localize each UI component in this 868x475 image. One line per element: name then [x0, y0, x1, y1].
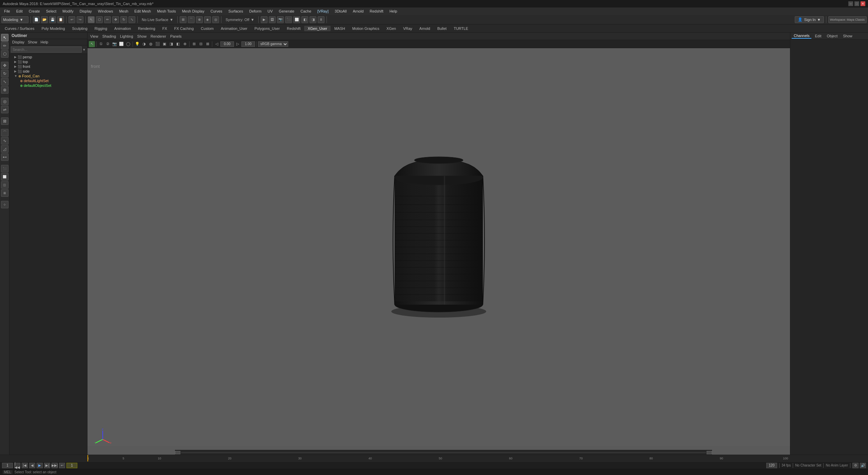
vp-gamma-input[interactable]	[241, 41, 255, 47]
workspace-icons[interactable]: Workspace: Maya Classic	[828, 16, 867, 23]
symmetry-btn[interactable]: ⇌	[1, 106, 8, 113]
outliner-menu-display[interactable]: Display	[11, 40, 26, 44]
no-live-surface[interactable]: No Live Surface ▼	[140, 18, 175, 22]
curve-tool-3[interactable]: ◿	[1, 145, 8, 153]
menu-generate[interactable]: Generate	[276, 8, 297, 14]
menu-modify[interactable]: Modify	[60, 8, 76, 14]
scale-tool-btn[interactable]: ⤡	[1, 78, 8, 86]
shelf-tab-fx[interactable]: FX	[159, 26, 171, 31]
vp-btn-shading3[interactable]: ⊕	[182, 41, 188, 47]
toolbar-snap-surface[interactable]: ◈	[204, 16, 211, 23]
vp-btn-exposure-minus[interactable]: ◁	[214, 41, 220, 47]
vp-btn-shadows[interactable]: ◑	[141, 41, 147, 47]
shelf-tab-poly[interactable]: Poly Modeling	[38, 26, 68, 31]
vp-menu-view[interactable]: View	[89, 34, 100, 39]
vp-btn-camera[interactable]: 📷	[112, 41, 118, 47]
toolbar-snap-grid[interactable]: ⊞	[180, 16, 186, 23]
panel-layout-2[interactable]: ⬜	[1, 173, 8, 180]
maximize-button[interactable]: □	[854, 1, 859, 6]
outliner-item-front[interactable]: ▶ ⬛ front	[9, 64, 87, 69]
end-frame-input[interactable]	[766, 463, 777, 468]
vp-btn-resolution[interactable]: ⊠	[204, 41, 211, 47]
vp-btn-select[interactable]: ↖	[89, 41, 95, 47]
menu-create[interactable]: Create	[26, 8, 43, 14]
shelf-tab-poly-user[interactable]: Polygons_User	[251, 26, 283, 31]
menu-mesh[interactable]: Mesh	[116, 8, 131, 14]
menu-arnold[interactable]: Arnold	[350, 8, 366, 14]
outliner-menu-help[interactable]: Help	[39, 40, 50, 44]
shelf-tab-motion[interactable]: Motion Graphics	[349, 26, 383, 31]
curve-tool-4[interactable]: ⊷	[1, 153, 8, 161]
extra-tool-1[interactable]: ⊹	[1, 201, 8, 208]
btn-skip-back[interactable]: |◀◀	[14, 463, 20, 468]
toolbar-render3[interactable]: 📷	[277, 16, 284, 23]
vp-btn-exposure-plus[interactable]: ▷	[235, 41, 241, 47]
vp-exposure-input[interactable]	[220, 41, 234, 47]
toolbar-save[interactable]: 💾	[49, 16, 56, 23]
toolbar-pause[interactable]: ⏸	[318, 16, 324, 23]
toolbar-lasso[interactable]: ⬡	[96, 16, 103, 23]
toolbar-select-tool[interactable]: ↖	[88, 16, 95, 23]
vp-btn-hud[interactable]: ⊟	[198, 41, 204, 47]
menu-curves[interactable]: Curves	[208, 8, 225, 14]
tab-edit[interactable]: Edit	[813, 34, 823, 38]
btn-step-fwd[interactable]: ▶|	[44, 463, 50, 468]
shelf-tab-rigging[interactable]: Rigging	[91, 26, 111, 31]
shelf-tab-custom[interactable]: Custom	[197, 26, 217, 31]
shelf-tab-xgen[interactable]: XGen	[383, 26, 399, 31]
menu-vray[interactable]: [VRay]	[315, 8, 331, 14]
vp-menu-show[interactable]: Show	[136, 34, 148, 39]
scroll-thumb-right[interactable]	[707, 451, 712, 454]
outliner-item-side[interactable]: ▶ ⬛ side	[9, 69, 87, 74]
sign-in-button[interactable]: 👤 Sign In ▼	[795, 16, 824, 23]
viewport[interactable]: View Shading Lighting Show Renderer Pane…	[87, 33, 790, 455]
outliner-item-default-object-set[interactable]: ⊕ defaultObjectSet	[9, 83, 87, 88]
menu-redshift[interactable]: Redshift	[367, 8, 386, 14]
select-tool-btn[interactable]: ↖	[1, 34, 8, 41]
shelf-tab-sculpting[interactable]: Sculpting	[69, 26, 91, 31]
shelf-tab-mash[interactable]: MASH	[331, 26, 349, 31]
menu-deform[interactable]: Deform	[246, 8, 264, 14]
outliner-item-default-light-set[interactable]: ⊕ defaultLightSet	[9, 78, 87, 83]
btn-audio[interactable]: 🔊	[860, 463, 866, 468]
menu-edit[interactable]: Edit	[14, 8, 25, 14]
menu-mesh-tools[interactable]: Mesh Tools	[154, 8, 178, 14]
shelf-tab-turtle[interactable]: TURTLE	[450, 26, 472, 31]
vp-btn-texture[interactable]: ⬛	[155, 41, 161, 47]
toolbar-move[interactable]: ✥	[112, 16, 119, 23]
menu-display[interactable]: Display	[77, 8, 95, 14]
vp-btn-ao[interactable]: ◍	[148, 41, 154, 47]
menu-3dtoall[interactable]: 3DtoAll	[332, 8, 349, 14]
vp-btn-shading1[interactable]: ◨	[168, 41, 174, 47]
menu-select[interactable]: Select	[43, 8, 59, 14]
lasso-tool-btn[interactable]: ⬡	[1, 50, 8, 58]
start-frame-input[interactable]	[2, 463, 13, 468]
outliner-item-top[interactable]: ▶ ⬛ top	[9, 59, 87, 64]
btn-skip-fwd[interactable]: ▶▶|	[52, 463, 58, 468]
current-frame-input[interactable]	[66, 463, 77, 468]
vp-btn-2[interactable]: ②	[105, 41, 111, 47]
toolbar-snap-point[interactable]: ⊕	[196, 16, 203, 23]
vp-menu-lighting[interactable]: Lighting	[119, 34, 135, 39]
btn-settings[interactable]: ⚙	[852, 463, 859, 468]
outliner-menu-show[interactable]: Show	[26, 40, 39, 44]
toolbar-save-as[interactable]: 📋	[57, 16, 64, 23]
toolbar-render6[interactable]: ◧	[301, 16, 308, 23]
menu-uv[interactable]: UV	[265, 8, 275, 14]
toolbar-render7[interactable]: ◨	[310, 16, 316, 23]
toolbar-rotate[interactable]: ↻	[120, 16, 127, 23]
vp-btn-texture2[interactable]: ▣	[161, 41, 167, 47]
shelf-tab-rendering[interactable]: Rendering	[135, 26, 159, 31]
shelf-tab-vray[interactable]: VRay	[400, 26, 416, 31]
toolbar-paint[interactable]: ✏	[104, 16, 111, 23]
rotate-tool-btn[interactable]: ↻	[1, 70, 8, 77]
vp-colorspace-select[interactable]: sRGB gamma Linear	[258, 41, 288, 47]
vp-btn-wireframe[interactable]: ⬜	[118, 41, 124, 47]
vp-menu-shading[interactable]: Shading	[101, 34, 117, 39]
btn-step-back2[interactable]: ◀	[29, 463, 35, 468]
outliner-item-food-can[interactable]: ▼ ⊕ Food_Can	[9, 74, 87, 78]
vp-menu-renderer[interactable]: Renderer	[149, 34, 167, 39]
curve-tool-1[interactable]: ⌒	[1, 129, 8, 136]
symmetry-toggle[interactable]: Symmetry: Off ▼	[223, 18, 256, 22]
tab-show[interactable]: Show	[841, 34, 854, 38]
